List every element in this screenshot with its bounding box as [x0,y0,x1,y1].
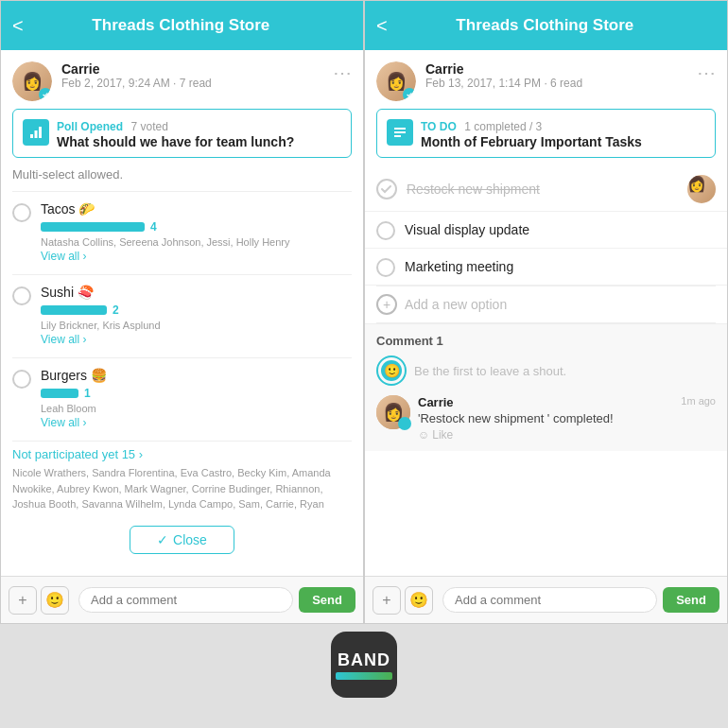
todo-label: TO DO [421,120,457,133]
option-radio-3[interactable] [12,370,31,389]
todo-item-1[interactable]: Restock new shipment 👩 [365,167,727,212]
panel1-header: < Threads Clothing Store [1,1,363,50]
like-icon: ☺ [418,428,429,442]
panel1-content: 👩 Carrie Feb 2, 2017, 9:24 AM · 7 read ⋯ [1,50,363,576]
todo-text-3: Marketing meeting [405,259,513,274]
comment-time-1: 1m ago [681,395,716,409]
todo-text-1: Restock new shipment [407,182,540,197]
todo-title: Month of February Important Tasks [421,134,642,149]
poll-box: Poll Opened 7 voted What should we have … [12,109,352,158]
avatar-badge-1 [39,88,52,101]
comment-badge [398,417,411,430]
todo-count: 1 completed / 3 [464,120,542,133]
comment-row-1: 👩 Carrie 1m ago 'Restock new shipment ' … [376,395,716,442]
panel-poll: < Threads Clothing Store 👩 Carrie [0,0,364,624]
comment-input-bar-2: + 🙂 Send [365,576,727,623]
multi-select-label: Multi-select allowed. [1,167,363,191]
post2-date: Feb 13, 2017, 1:14 PM · 6 read [425,77,716,90]
send-button-1[interactable]: Send [299,587,355,613]
view-all-2[interactable]: View all › [41,333,352,346]
comment-input-1[interactable] [78,587,293,613]
comment-header: Comment 1 [376,334,716,348]
avatar-2: 👩 [376,61,416,101]
post1-header: 👩 Carrie Feb 2, 2017, 9:24 AM · 7 read ⋯ [1,50,363,109]
avatar-badge-2 [403,88,416,101]
poll-option-2[interactable]: Sushi 🍣 2 Lily Brickner, Kris Asplund Vi… [1,275,363,357]
option-radio-1[interactable] [12,203,31,222]
band-app-icon[interactable]: BAND [331,632,397,698]
comment-like-1[interactable]: ☺ Like [418,428,716,442]
option-label-2: Sushi 🍣 [41,285,352,300]
todo-item-3[interactable]: Marketing meeting [365,249,727,286]
np-title[interactable]: Not participated yet 15 › [12,447,143,461]
poll-title: What should we have for team lunch? [57,134,294,149]
send-button-2[interactable]: Send [663,587,719,613]
post2-more[interactable]: ⋯ [697,63,716,82]
todo-item-2[interactable]: Visual display update [365,212,727,249]
panel2-content: 👩 Carrie Feb 13, 2017, 1:14 PM · 6 read … [365,50,727,576]
shout-emoji: 🙂 [381,360,402,381]
todo-add-row[interactable]: + Add a new option [365,286,727,322]
option-bar-row-3: 1 [41,387,352,400]
option-count-2: 2 [113,303,119,317]
svg-rect-1 [35,130,38,138]
svg-rect-3 [394,128,406,130]
option-bar-2 [41,305,107,315]
view-all-1[interactable]: View all › [41,250,352,263]
panel2-header: < Threads Clothing Store [365,1,727,50]
option-names-3: Leah Bloom [41,403,352,414]
todo-icon [387,119,413,146]
option-count-3: 1 [84,387,91,400]
back-icon-2[interactable]: < [376,15,388,37]
avatar-1: 👩 [12,61,52,101]
svg-rect-5 [394,135,401,137]
option-content-1: Tacos 🌮 4 Natasha Collins, Sereena Johns… [41,201,352,270]
option-bar-3 [41,389,78,398]
todo-check-1[interactable] [376,179,397,199]
checkmark-icon: ✓ [157,532,168,547]
add-option-icon[interactable]: + [376,294,397,315]
shout-add-button[interactable]: 🙂 [376,355,407,386]
not-participated: Not participated yet 15 › Nicole Wrather… [1,442,363,516]
poll-option-3[interactable]: Burgers 🍔 1 Leah Bloom View all › [1,358,363,441]
todo-box: TO DO 1 completed / 3 Month of February … [376,109,716,158]
emoji-icon-2[interactable]: 🙂 [405,586,433,615]
poll-option-1[interactable]: Tacos 🌮 4 Natasha Collins, Sereena Johns… [1,192,363,274]
todo-check-2[interactable] [376,221,395,240]
svg-rect-0 [30,134,33,138]
post1-meta: Carrie Feb 2, 2017, 9:24 AM · 7 read [61,61,352,90]
poll-voted: 7 voted [130,120,167,133]
post2-meta: Carrie Feb 13, 2017, 1:14 PM · 6 read [425,61,716,90]
post2-header: 👩 Carrie Feb 13, 2017, 1:14 PM · 6 read … [365,50,727,109]
emoji-icon-1[interactable]: 🙂 [41,586,69,615]
post2-author: Carrie [425,61,716,77]
plus-icon-2[interactable]: + [373,586,401,615]
comment-input-2[interactable] [442,587,657,613]
comment-avatar-1: 👩 [376,395,410,429]
np-names: Nicole Wrathers, Sandra Florentina, Eva … [12,465,352,512]
close-button[interactable]: ✓ Close [130,526,234,554]
close-btn-row: ✓ Close [1,516,363,565]
back-icon-1[interactable]: < [12,15,24,37]
plus-icon-1[interactable]: + [9,586,37,615]
avatar-img-1: 👩 [12,61,52,101]
band-icon-container: BAND [0,624,728,703]
option-label-3: Burgers 🍔 [41,368,352,383]
svg-rect-4 [394,131,406,133]
comment-section: Comment 1 🙂 Be the first to leave a shou… [365,323,727,451]
poll-icon [23,119,49,146]
panel2-title: Threads Clothing Store [397,16,693,35]
option-radio-2[interactable] [12,286,31,305]
option-content-2: Sushi 🍣 2 Lily Brickner, Kris Asplund Vi… [41,285,352,354]
post1-more[interactable]: ⋯ [333,63,352,82]
option-bar-row-1: 4 [41,220,352,234]
band-stripe [336,672,392,680]
view-all-3[interactable]: View all › [41,416,352,429]
post1-date: Feb 2, 2017, 9:24 AM · 7 read [61,77,352,90]
todo-check-3[interactable] [376,258,395,277]
shout-row: 🙂 Be the first to leave a shout. [376,355,716,386]
poll-label: Poll Opened [57,120,123,133]
avatar-img-2: 👩 [376,61,416,101]
option-count-1: 4 [150,220,157,234]
svg-rect-2 [39,127,42,138]
